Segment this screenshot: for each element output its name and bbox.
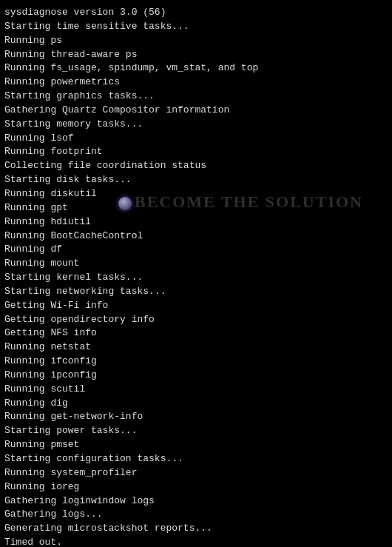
terminal-line: Running df — [4, 243, 388, 257]
terminal-line: Running ifconfig — [4, 355, 388, 369]
terminal-line: Collecting file coordination status — [4, 159, 388, 173]
terminal-line: Running fs_usage, spindump, vm_stat, and… — [4, 61, 388, 75]
terminal-line: Running hdiutil — [4, 215, 388, 229]
terminal-line: Generating microstackshot reports... — [4, 522, 388, 536]
terminal-line: Running dig — [4, 397, 388, 411]
terminal-line: Running scutil — [4, 383, 388, 397]
terminal-line: Gathering loginwindow logs — [4, 494, 388, 509]
terminal-line: Starting configuration tasks... — [4, 452, 388, 466]
terminal-line: Starting time sensitive tasks... — [4, 20, 388, 34]
terminal-line: Running gpt — [4, 201, 388, 215]
terminal-line: Timed out. — [4, 536, 388, 547]
terminal-line: Running ioreg — [4, 480, 388, 494]
terminal-line: Starting networking tasks... — [4, 285, 388, 299]
terminal-output: sysdiagnose version 3.0 (56)Starting tim… — [0, 0, 392, 547]
terminal-line: Running system_profiler — [4, 466, 388, 480]
terminal-line: Starting disk tasks... — [4, 173, 388, 187]
terminal-line: Running pmset — [4, 438, 388, 452]
terminal-line: Starting graphics tasks... — [4, 90, 388, 104]
terminal-line: sysdiagnose version 3.0 (56) — [4, 6, 388, 20]
terminal-line: Starting power tasks... — [4, 424, 388, 438]
terminal-line: Running ps — [4, 34, 388, 48]
terminal-line: Starting kernel tasks... — [4, 271, 388, 285]
terminal-line: Running BootCacheControl — [4, 229, 388, 244]
terminal-line: Getting Wi-Fi info — [4, 299, 388, 313]
terminal-line: Gathering Quartz Compositor information — [4, 104, 388, 118]
terminal-line: Running ipconfig — [4, 369, 388, 383]
terminal-line: Running powermetrics — [4, 75, 388, 90]
terminal-line: Getting opendirectory info — [4, 313, 388, 327]
terminal-line: Running mount — [4, 257, 388, 271]
terminal-line: Running netstat — [4, 340, 388, 355]
terminal-line: Running footprint — [4, 145, 388, 159]
terminal-line: Gathering logs... — [4, 508, 388, 522]
terminal-line: Starting memory tasks... — [4, 118, 388, 132]
terminal-line: Running get-network-info — [4, 410, 388, 424]
terminal-line: Running diskutil — [4, 187, 388, 201]
terminal-line: Running lsof — [4, 132, 388, 146]
terminal-line: Getting NFS info — [4, 326, 388, 340]
terminal-line: Running thread-aware ps — [4, 48, 388, 62]
